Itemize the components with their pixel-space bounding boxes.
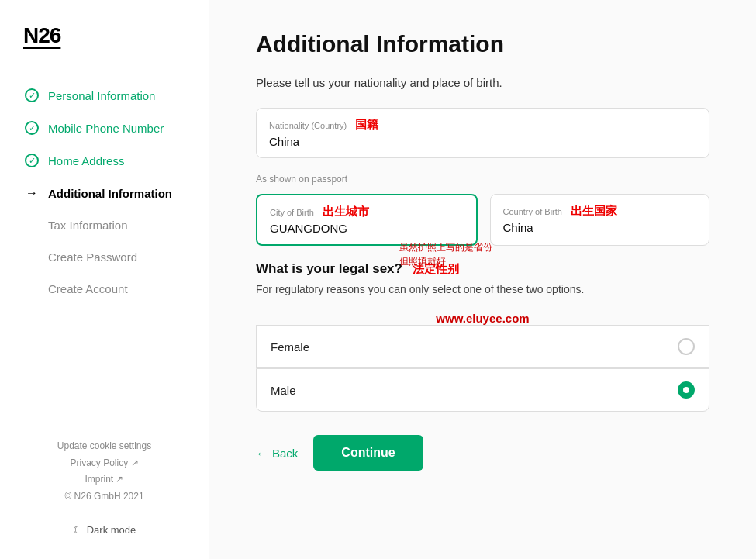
side-annotation: 虽然护照上写的是省份 但照填就好 — [399, 240, 492, 268]
female-option[interactable]: Female — [256, 325, 709, 368]
form-actions: ← Back Continue — [256, 435, 709, 471]
sidebar-label-tax-info: Tax Information — [48, 219, 128, 232]
continue-button[interactable]: Continue — [313, 435, 423, 471]
city-of-birth-value: GUANGDONG — [270, 222, 464, 235]
sidebar-item-additional-info[interactable]: → Additional Information — [16, 177, 193, 209]
back-button[interactable]: ← Back — [256, 447, 298, 460]
male-label: Male — [271, 384, 296, 397]
country-of-birth-field[interactable]: Country of Birth 出生国家 China — [490, 194, 710, 246]
back-arrow-icon: ← — [256, 447, 268, 460]
sidebar-item-tax-info[interactable]: Tax Information — [16, 209, 193, 241]
sidebar-item-personal-info[interactable]: ✓ Personal Information — [16, 79, 193, 112]
sidebar-label-personal-info: Personal Information — [48, 89, 155, 102]
watermark: www.eluyee.com — [256, 312, 709, 325]
sidebar: N26 ✓ Personal Information ✓ Mobile Phon… — [0, 0, 209, 559]
nationality-group: Nationality (Country) 国籍 China — [256, 108, 709, 158]
sidebar-label-create-password: Create Password — [48, 250, 137, 264]
country-of-birth-value: China — [503, 221, 697, 234]
nationality-field[interactable]: Nationality (Country) 国籍 China — [256, 108, 709, 158]
city-of-birth-label: City of Birth 出生城市 — [270, 205, 464, 219]
dark-mode-button[interactable]: ☾ Dark mode — [16, 516, 193, 543]
sidebar-item-mobile-phone[interactable]: ✓ Mobile Phone Number — [16, 112, 193, 144]
dark-mode-label: Dark mode — [87, 521, 136, 539]
arrow-icon-additional: → — [23, 186, 40, 200]
sidebar-item-create-account[interactable]: Create Account — [16, 273, 193, 305]
city-of-birth-field[interactable]: City of Birth 出生城市 GUANGDONG — [256, 194, 478, 246]
male-option[interactable]: Male — [256, 368, 709, 412]
sidebar-item-create-password[interactable]: Create Password — [16, 241, 193, 273]
male-radio[interactable] — [678, 381, 695, 399]
imprint-link[interactable]: Imprint ↗ — [85, 474, 123, 485]
sidebar-label-home-address: Home Address — [48, 154, 124, 167]
privacy-policy-link[interactable]: Privacy Policy ↗ — [70, 457, 138, 468]
moon-icon: ☾ — [73, 521, 82, 539]
sidebar-label-additional-info: Additional Information — [48, 187, 172, 200]
passport-hint: As shown on passport — [256, 174, 709, 185]
nationality-value: China — [269, 135, 696, 148]
birth-row: City of Birth 出生城市 GUANGDONG Country of … — [256, 194, 709, 246]
female-label: Female — [271, 340, 309, 354]
nav-list: ✓ Personal Information ✓ Mobile Phone Nu… — [16, 79, 193, 423]
city-of-birth-red-label: 出生城市 — [323, 205, 369, 218]
nationality-label: Nationality (Country) 国籍 — [269, 118, 696, 133]
nationality-red-label: 国籍 — [355, 118, 378, 131]
check-icon-mobile: ✓ — [23, 121, 40, 135]
sidebar-label-create-account: Create Account — [48, 282, 128, 295]
legal-sex-subtitle: For regulatory reasons you can only sele… — [256, 281, 709, 298]
sidebar-item-home-address[interactable]: ✓ Home Address — [16, 144, 193, 177]
cookie-settings-link[interactable]: Update cookie settings — [57, 440, 151, 451]
legal-sex-section: What is your legal sex? 法定性别 For regulat… — [256, 261, 709, 412]
sidebar-footer: Update cookie settings Privacy Policy ↗ … — [16, 438, 193, 543]
country-of-birth-red-label: 出生国家 — [571, 204, 617, 217]
page-subtitle: Please tell us your nationality and plac… — [256, 76, 709, 89]
check-icon-address: ✓ — [23, 154, 40, 167]
female-radio[interactable] — [678, 338, 695, 355]
country-of-birth-label: Country of Birth 出生国家 — [503, 204, 697, 219]
copyright-text: © N26 GmbH 2021 — [16, 488, 193, 506]
check-icon-personal: ✓ — [23, 88, 40, 102]
main-content: 虽然护照上写的是省份 但照填就好 Additional Information … — [209, 0, 756, 559]
page-title: Additional Information — [256, 31, 709, 57]
logo: N26 — [16, 23, 193, 48]
sidebar-label-mobile-phone: Mobile Phone Number — [48, 122, 164, 135]
